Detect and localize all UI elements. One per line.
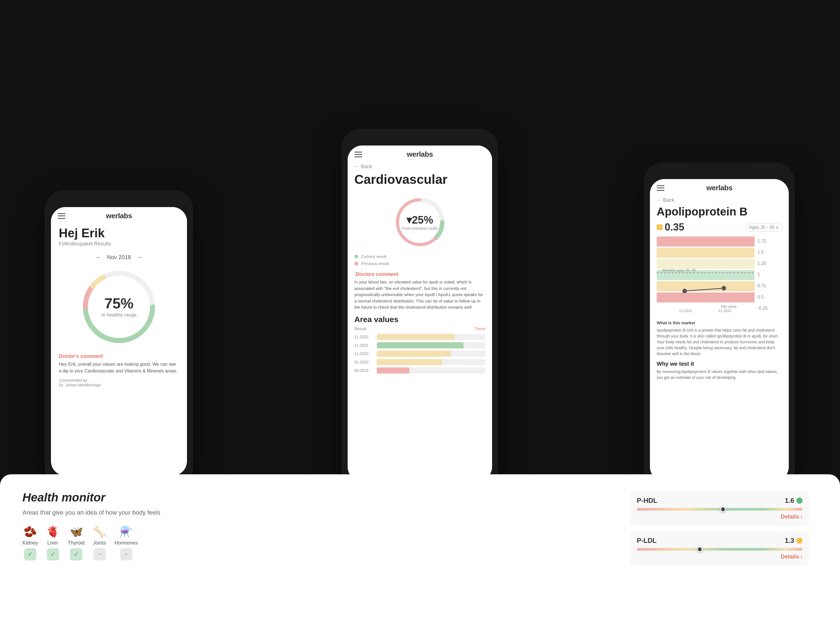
pldl-name: P-LDL — [637, 537, 657, 544]
svg-rect-7 — [657, 237, 755, 246]
gauge-label: In healthly range — [101, 312, 137, 318]
doctor-comment-text: Hey Erik, overall your values are lookin… — [51, 361, 187, 374]
svg-rect-12 — [657, 292, 755, 303]
previous-label: Previous result — [361, 261, 389, 266]
right-phone: werlabs ← Back Apolipoprotein B ! 0.35 A… — [644, 162, 795, 492]
phdl-header: P-HDL 1.6 — [637, 497, 802, 505]
left-app-logo: werlabs — [106, 211, 132, 220]
joints-check: − — [93, 548, 106, 560]
svg-text:0.5: 0.5 — [758, 295, 764, 300]
center-doctor-comment: In your blood fats, on elevated value fo… — [347, 279, 492, 311]
center-app-header: werlabs — [347, 145, 492, 162]
liver-check: ✓ — [47, 548, 59, 560]
svg-rect-8 — [657, 248, 755, 258]
doctor-comment-label: Doctor's comment — [51, 349, 187, 361]
svg-text:1: 1 — [758, 272, 760, 277]
page-title: Cardiovascular — [347, 170, 492, 191]
date-nav: ← Nov 2018 → — [51, 251, 187, 262]
back-link[interactable]: ← Back — [347, 162, 492, 170]
donut-sub: From previous rsults — [402, 226, 438, 230]
hamburger-icon[interactable] — [58, 213, 65, 219]
pldl-thumb — [697, 546, 703, 552]
area-header: Result Trend — [347, 326, 492, 333]
marker-body: Apolipoprotein B-100 is a protein that h… — [650, 327, 789, 357]
kidney-item: 🫘 Kidney ✓ — [22, 525, 38, 560]
pldl-header: P-LDL 1.3 — [637, 537, 802, 544]
phdl-value: 1.6 — [785, 497, 802, 505]
circle-gauge: 75% In healthly range — [80, 268, 158, 346]
right-hamburger-icon[interactable] — [657, 185, 665, 191]
svg-text:Ditt värde: Ditt värde — [721, 304, 737, 309]
hormones-label: Hormones — [114, 540, 138, 546]
next-arrow[interactable]: → — [137, 254, 142, 260]
right-back-link[interactable]: ← Back — [650, 196, 789, 203]
legend-current: Current result — [347, 253, 492, 260]
area-col-trend: Trend — [474, 326, 485, 331]
phdl-slider — [637, 508, 802, 511]
apo-badge: ! — [657, 224, 663, 230]
metric-cards: P-HDL 1.6 Details › P-LDL 1.3 — [622, 491, 818, 571]
apo-val: 0.35 — [665, 221, 684, 233]
phdl-thumb — [720, 506, 726, 512]
health-subtitle: Areas that give you an idea of how your … — [22, 508, 611, 517]
svg-text:11.2022: 11.2022 — [718, 309, 731, 313]
right-phone-screen: werlabs ← Back Apolipoprotein B ! 0.35 A… — [650, 179, 789, 481]
center-phone-screen: werlabs ← Back Cardiovascular ▾25% From … — [347, 145, 492, 481]
center-hamburger-icon[interactable] — [354, 151, 362, 157]
liver-label: Liver — [47, 540, 58, 546]
age-range[interactable]: Ages 35 - 45 ∨ — [746, 223, 782, 232]
left-app-header: werlabs — [51, 207, 187, 224]
pldl-details[interactable]: Details › — [637, 554, 802, 560]
hormones-symbol: ⚗️ — [120, 525, 133, 538]
pldl-slider — [637, 548, 802, 551]
svg-text:1.25: 1.25 — [758, 261, 766, 266]
area-row-3: 11.2020 — [347, 350, 492, 358]
area-title: Area values — [347, 311, 492, 326]
pldl-badge — [796, 538, 802, 544]
why-body: By measuring Apolipoprotein B values tog… — [650, 369, 789, 380]
left-phone: werlabs Hej Erik Folkhälsopaket Results … — [45, 190, 193, 487]
donut-pct: ▾25% — [402, 214, 438, 226]
svg-text:1.75: 1.75 — [758, 239, 766, 243]
thyroid-item: 🦋 Thyroid ✓ — [68, 525, 85, 560]
svg-text:0.75: 0.75 — [758, 284, 766, 288]
thyroid-symbol: 🦋 — [70, 525, 83, 538]
center-phone: werlabs ← Back Cardiovascular ▾25% From … — [341, 129, 498, 492]
current-label: Current result — [361, 254, 387, 259]
area-row-4: 01.2020 — [347, 358, 492, 366]
left-phone-notch — [96, 195, 141, 204]
center-doctor-label: Doctors comment — [347, 267, 492, 279]
circle-gauge-wrap: 75% In healthly range — [51, 262, 187, 349]
date-label[interactable]: Nov 2018 — [107, 254, 131, 260]
kidney-label: Kidney — [22, 540, 38, 546]
hormones-item: ⚗️ Hormones − — [114, 525, 138, 560]
previous-dot — [354, 262, 358, 265]
left-phone-screen: werlabs Hej Erik Folkhälsopaket Results … — [51, 207, 187, 476]
gauge-pct: 75% — [101, 296, 137, 311]
pldl-card: P-LDL 1.3 Details › — [630, 531, 809, 566]
donut-center: ▾25% From previous rsults — [402, 214, 438, 230]
area-row-1: 11.2022 — [347, 333, 492, 341]
joints-item: 🦴 Joints − — [93, 525, 106, 560]
range-chart: 1.75 1.5 1.25 1 0.75 0.5 -0.25 Werlabs a… — [657, 237, 782, 316]
svg-text:-0.25: -0.25 — [758, 306, 768, 311]
svg-text:11.2022: 11.2022 — [679, 309, 692, 313]
area-row-5: 04.2019 — [347, 366, 492, 375]
hormones-check: − — [120, 548, 133, 560]
pldl-value: 1.3 — [785, 537, 802, 544]
prev-arrow[interactable]: ← — [96, 254, 101, 260]
legend-previous: Previous result — [347, 260, 492, 267]
svg-text:Werlabs ages 35 -45: Werlabs ages 35 -45 — [662, 268, 696, 272]
greeting-text: Hej Erik — [51, 224, 187, 241]
joints-symbol: 🦴 — [93, 525, 106, 538]
right-phone-notch — [697, 167, 742, 176]
center-phone-notch — [398, 134, 442, 142]
marker-title: What is this marker — [650, 320, 789, 327]
phdl-details[interactable]: Details › — [637, 513, 802, 520]
gauge-center: 75% In healthly range — [101, 296, 137, 318]
liver-symbol: 🫀 — [46, 525, 59, 538]
right-app-header: werlabs — [650, 179, 789, 196]
range-chart-svg: 1.75 1.5 1.25 1 0.75 0.5 -0.25 Werlabs a… — [657, 237, 789, 315]
area-row-2: 11.2021 — [347, 341, 492, 350]
apo-value-row: ! 0.35 Ages 35 - 45 ∨ — [650, 221, 789, 237]
